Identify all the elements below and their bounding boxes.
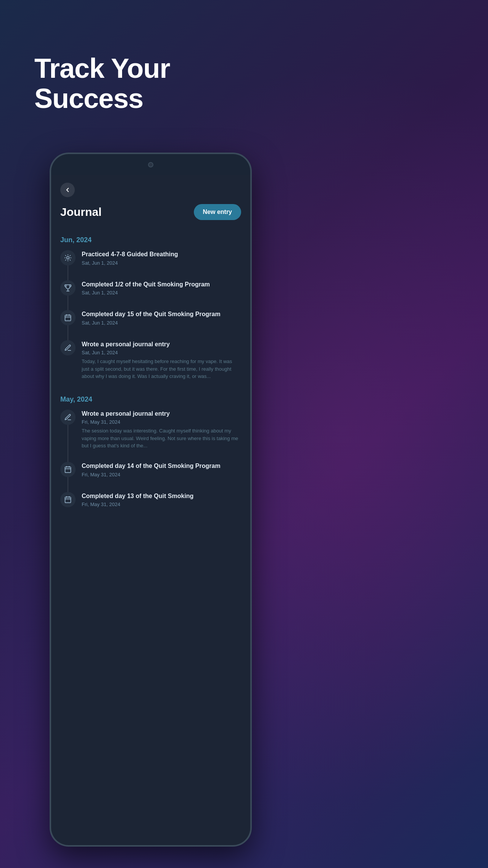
entry-title-1-2: Completed day 13 of the Quit Smoking [82,492,241,500]
entry-title-0-2: Completed day 15 of the Quit Smoking Pro… [82,310,241,318]
calendar-icon [60,492,76,507]
title-line1: Track Your [34,53,170,84]
entry-body-0-0: Practiced 4-7-8 Guided BreathingSat, Jun… [82,250,241,270]
svg-line-7 [66,260,66,260]
entry-preview-1-0: The session today was interesting. Caugh… [82,427,241,450]
timeline-item-0-0[interactable]: Practiced 4-7-8 Guided BreathingSat, Jun… [60,250,241,270]
phone-side-button [250,268,252,291]
svg-rect-14 [65,467,71,473]
month-section-0: Jun, 2024 Practiced 4-7-8 Guided Breathi… [51,233,250,382]
entry-body-0-3: Wrote a personal journal entrySat, Jun 1… [82,340,241,382]
svg-line-4 [70,260,70,260]
entry-body-0-2: Completed day 15 of the Quit Smoking Pro… [82,310,241,330]
entry-date-0-1: Sat, Jun 1, 2024 [82,290,241,296]
svg-line-8 [70,256,70,256]
timeline-1: Wrote a personal journal entryFri, May 3… [51,410,250,511]
pen-icon [60,410,76,425]
sun-icon [60,250,76,265]
title-line2: Success [34,84,170,114]
background-title: Track Your Success [34,53,170,114]
trophy-icon [60,280,76,296]
svg-rect-10 [65,315,71,321]
journal-sections: Jun, 2024 Practiced 4-7-8 Guided Breathi… [51,233,250,511]
timeline-item-0-3[interactable]: Wrote a personal journal entrySat, Jun 1… [60,340,241,382]
journal-header: Journal New entry [60,204,241,220]
back-button[interactable] [60,183,75,197]
entry-date-1-0: Fri, May 31, 2024 [82,419,241,425]
chevron-left-icon [64,186,71,193]
entry-title-1-1: Completed day 14 of the Quit Smoking Pro… [82,462,241,470]
header: Journal New entry [51,175,250,233]
entry-date-1-2: Fri, May 31, 2024 [82,502,241,507]
entry-body-0-1: Completed 1/2 of the Quit Smoking Progra… [82,280,241,300]
entry-title-0-3: Wrote a personal journal entry [82,340,241,349]
calendar-icon [60,462,76,477]
entry-date-1-1: Fri, May 31, 2024 [82,472,241,477]
journal-title: Journal [60,206,101,219]
entry-title-0-1: Completed 1/2 of the Quit Smoking Progra… [82,280,241,289]
timeline-0: Practiced 4-7-8 Guided BreathingSat, Jun… [51,250,250,382]
entry-date-0-2: Sat, Jun 1, 2024 [82,320,241,326]
svg-rect-18 [65,497,71,503]
phone-content[interactable]: Journal New entry Jun, 2024 Practiced 4-… [51,175,250,845]
timeline-item-1-1[interactable]: Completed day 14 of the Quit Smoking Pro… [60,462,241,481]
new-entry-button[interactable]: New entry [194,204,241,220]
timeline-item-0-2[interactable]: Completed day 15 of the Quit Smoking Pro… [60,310,241,330]
entry-title-0-0: Practiced 4-7-8 Guided Breathing [82,250,241,259]
svg-line-3 [66,256,66,256]
month-label-1: May, 2024 [51,392,250,410]
pen-icon [60,340,76,355]
entry-preview-0-3: Today, I caught myself hesitating before… [82,358,241,380]
entry-body-1-1: Completed day 14 of the Quit Smoking Pro… [82,462,241,481]
month-label-0: Jun, 2024 [51,233,250,250]
entry-body-1-2: Completed day 13 of the Quit SmokingFri,… [82,492,241,511]
timeline-item-1-2[interactable]: Completed day 13 of the Quit SmokingFri,… [60,492,241,511]
phone-top-bar [51,154,250,175]
phone-frame: Journal New entry Jun, 2024 Practiced 4-… [50,153,252,847]
entry-date-0-0: Sat, Jun 1, 2024 [82,260,241,266]
timeline-item-1-0[interactable]: Wrote a personal journal entryFri, May 3… [60,410,241,451]
entry-title-1-0: Wrote a personal journal entry [82,410,241,418]
month-section-1: May, 2024 Wrote a personal journal entry… [51,392,250,511]
calendar-icon [60,310,76,325]
timeline-item-0-1[interactable]: Completed 1/2 of the Quit Smoking Progra… [60,280,241,300]
svg-point-0 [67,257,69,259]
entry-body-1-0: Wrote a personal journal entryFri, May 3… [82,410,241,451]
entry-date-0-3: Sat, Jun 1, 2024 [82,350,241,355]
camera-dot [148,162,153,167]
